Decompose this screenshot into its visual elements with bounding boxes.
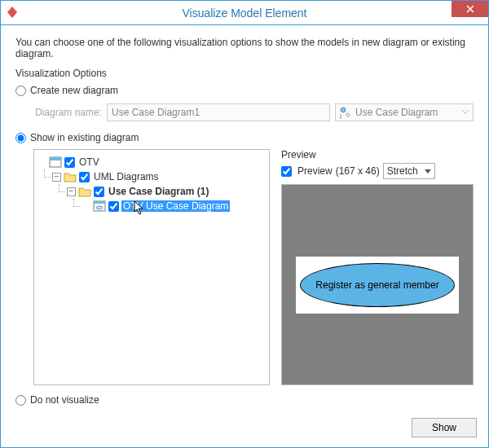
radio-create-new-diagram[interactable]: Create new diagram xyxy=(15,85,474,96)
diagram-type-icon xyxy=(339,106,352,119)
tree-label-uml[interactable]: UML Diagrams xyxy=(92,171,161,182)
tree-checkbox[interactable] xyxy=(94,187,104,197)
tree-label-otvucd[interactable]: OTV Use Case Diagram xyxy=(121,200,230,212)
window-icon xyxy=(49,156,62,169)
radio-show-existing-label: Show in existing diagram xyxy=(30,132,139,143)
preview-canvas: Register as general member xyxy=(281,184,474,385)
diagram-name-input xyxy=(107,103,330,121)
expander-icon xyxy=(37,158,46,167)
intro-text: You can choose one of the following visu… xyxy=(15,37,474,59)
preview-dimensions: (167 x 46) xyxy=(336,165,380,177)
radio-show-existing-input[interactable] xyxy=(15,133,26,143)
svg-point-7 xyxy=(96,206,103,209)
expander-icon xyxy=(82,202,90,211)
preview-check-label: Preview xyxy=(297,165,333,177)
svg-rect-6 xyxy=(94,201,105,204)
titlebar[interactable]: Visualize Model Element xyxy=(1,1,488,25)
tree-node-ucd[interactable]: − Use Case Diagram (1) xyxy=(67,184,266,213)
dialog-footer: Show xyxy=(1,418,488,447)
radio-create-input[interactable] xyxy=(15,86,26,96)
preview-content: Register as general member xyxy=(296,257,459,314)
diagram-tree[interactable]: OTV − UML Diagrams xyxy=(33,149,270,385)
diagram-icon xyxy=(93,200,106,213)
chevron-down-icon xyxy=(425,169,431,173)
svg-point-1 xyxy=(341,108,346,112)
options-group-label: Visualization Options xyxy=(15,68,474,79)
tree-checkbox[interactable] xyxy=(64,157,75,168)
app-icon xyxy=(6,6,19,21)
dialog-body: You can choose one of the following visu… xyxy=(1,25,488,418)
preview-mode-select[interactable]: Stretch xyxy=(383,163,435,179)
folder-icon xyxy=(78,185,91,198)
dialog-window: Visualize Model Element You can choose o… xyxy=(0,0,489,448)
svg-rect-4 xyxy=(50,157,61,160)
main-row: OTV − UML Diagrams xyxy=(33,149,474,385)
radio-create-label: Create new diagram xyxy=(30,85,118,96)
svg-marker-0 xyxy=(7,7,17,18)
close-icon xyxy=(466,5,474,13)
collapse-icon[interactable]: − xyxy=(52,173,61,182)
close-button[interactable] xyxy=(452,1,488,17)
folder-icon xyxy=(64,170,77,183)
tree-node-otvucd[interactable]: OTV Use Case Diagram xyxy=(82,199,266,213)
diagram-type-select: Use Case Diagram xyxy=(335,103,474,121)
tree-checkbox[interactable] xyxy=(108,201,119,212)
show-button-label: Show xyxy=(432,422,456,433)
diagram-name-row: Diagram name: Use Case Diagram xyxy=(35,103,474,121)
preview-mode-label: Stretch xyxy=(387,165,418,177)
diagram-type-label: Use Case Diagram xyxy=(355,107,438,118)
radio-do-not-input[interactable] xyxy=(15,395,26,406)
diagram-name-label: Diagram name: xyxy=(35,107,102,118)
chevron-down-icon xyxy=(461,108,469,120)
use-case-shape: Register as general member xyxy=(300,263,455,307)
preview-controls: Preview (167 x 46) Stretch xyxy=(281,163,474,179)
tree-label-ucd[interactable]: Use Case Diagram (1) xyxy=(107,186,210,197)
preview-column: Preview Preview (167 x 46) Stretch Regis… xyxy=(281,149,474,385)
show-button[interactable]: Show xyxy=(412,418,477,437)
tree-label-root[interactable]: OTV xyxy=(77,156,101,168)
tree-node-root[interactable]: OTV − UML Diagrams xyxy=(37,155,266,213)
radio-do-not-visualize[interactable]: Do not visualize xyxy=(15,394,474,406)
dialog-title: Visualize Model Element xyxy=(182,7,306,20)
radio-show-existing[interactable]: Show in existing diagram xyxy=(15,132,474,143)
radio-do-not-label: Do not visualize xyxy=(30,394,99,406)
tree-node-uml[interactable]: − UML Diagrams xyxy=(52,169,266,213)
tree-checkbox[interactable] xyxy=(79,172,90,182)
preview-heading: Preview xyxy=(281,149,474,160)
collapse-icon[interactable]: − xyxy=(67,187,76,196)
preview-checkbox[interactable] xyxy=(281,166,292,177)
svg-point-2 xyxy=(346,113,350,116)
use-case-text: Register as general member xyxy=(315,279,438,291)
